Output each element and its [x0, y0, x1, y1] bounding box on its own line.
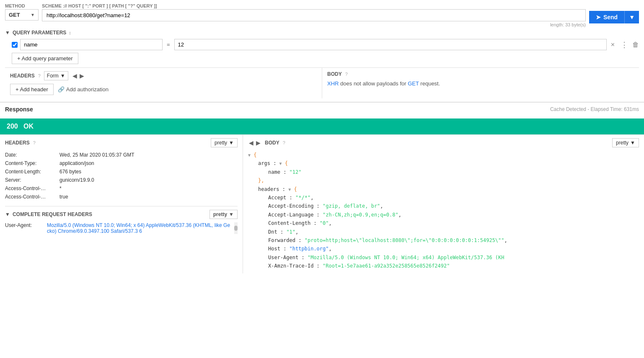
headers-help-icon[interactable]: ? — [38, 73, 41, 78]
param-clear-button[interactable]: × — [609, 40, 616, 49]
json-body: ▼ { args : ▼ { name : "12" }, headers : … — [248, 151, 639, 270]
add-auth-button[interactable]: 🔗 Add authorization — [58, 86, 109, 93]
body-help-icon[interactable]: ? — [345, 72, 348, 77]
table-row: Content-Type: application/json — [5, 159, 238, 167]
response-headers-title: HEADERS — [5, 140, 30, 146]
header-key: Content-Length: — [5, 169, 59, 175]
header-key: Access-Control-… — [5, 185, 59, 191]
response-headers-pretty-select[interactable]: pretty ▼ — [211, 138, 238, 147]
body-message-mid: does not allow payloads for — [340, 80, 408, 87]
json-collapse-root[interactable]: ▼ — [248, 153, 251, 157]
response-headers-help[interactable]: ? — [33, 140, 36, 145]
response-headers-pretty-arrow: ▼ — [229, 140, 234, 146]
method-select[interactable]: GET ▼ — [5, 9, 39, 21]
complete-headers-label: COMPLETE REQUEST HEADERS — [13, 211, 92, 217]
body-nav-arrows: ◀ ▶ — [248, 139, 261, 147]
response-headers-panel: HEADERS ? pretty ▼ Date: Wed, 25 Mar 202… — [0, 135, 243, 273]
get-link[interactable]: GET — [408, 80, 419, 87]
param-more-button[interactable]: ⋮ — [619, 39, 630, 50]
url-input[interactable] — [42, 9, 586, 21]
complete-headers-pretty-label: pretty — [213, 211, 227, 217]
response-body-pretty-select[interactable]: pretty ▼ — [612, 138, 639, 147]
method-label: METHOD — [5, 3, 39, 8]
json-headers-row: headers : ▼ { — [248, 185, 639, 193]
url-length: length: 33 byte(s) — [42, 22, 586, 27]
user-agent-value: Mozilla/5.0 (Windows NT 10.0; Win64; x 6… — [47, 222, 238, 234]
json-args-row: args : ▼ { — [248, 159, 639, 167]
header-val: 676 bytes — [59, 169, 81, 175]
method-value: GET — [9, 12, 20, 18]
table-row: Content-Length: 676 bytes — [5, 167, 238, 176]
complete-headers-collapse: ▼ — [5, 211, 10, 217]
xhr-link[interactable]: XHR — [327, 80, 339, 87]
json-accept-language-row: Accept-Language : "zh-CN,zh;q=0.9,en;q=0… — [248, 211, 639, 219]
json-name-row: name : "12" — [248, 168, 639, 176]
add-param-button[interactable]: + Add query parameter — [12, 53, 78, 64]
query-params-header[interactable]: ▼ QUERY PARAMETERS ↕ — [5, 30, 639, 36]
header-val: application/json — [59, 160, 94, 166]
complete-headers-section: ▼ COMPLETE REQUEST HEADERS pretty ▼ User… — [5, 206, 238, 234]
delete-all-button[interactable]: 🗑 — [632, 41, 639, 49]
send-button-main[interactable]: ➤ Send — [589, 11, 624, 23]
response-headers-title-row: HEADERS ? pretty ▼ — [5, 138, 238, 147]
nav-right-arrow[interactable]: ▶ — [79, 72, 85, 80]
send-button-arrow[interactable]: ▼ — [624, 11, 639, 23]
host-link[interactable]: "httpbin.org" — [290, 246, 329, 252]
add-auth-label: Add authorization — [66, 86, 109, 93]
complete-headers-title[interactable]: ▼ COMPLETE REQUEST HEADERS pretty ▼ — [5, 210, 238, 219]
scrollbar-track[interactable] — [234, 222, 238, 234]
json-collapse-args[interactable]: ▼ — [279, 161, 282, 166]
form-select[interactable]: Form ▼ — [44, 71, 68, 80]
method-dropdown-arrow: ▼ — [31, 13, 35, 17]
user-agent-key: User-Agent: — [5, 222, 47, 234]
json-xamzn-row: X-Amzn-Trace-Id : "Root=1-5e7aae61-a92a3… — [248, 262, 639, 270]
json-root-open: ▼ { — [248, 151, 639, 159]
headers-body-row: HEADERS ? Form ▼ ◀ ▶ + Add header 🔗 Add … — [5, 67, 639, 98]
nav-left-arrow[interactable]: ◀ — [72, 72, 78, 80]
response-body-pretty-label: pretty — [616, 140, 628, 146]
table-row: Access-Control-… true — [5, 193, 238, 201]
add-auth-icon: 🔗 — [58, 86, 65, 93]
send-button[interactable]: ➤ Send ▼ — [589, 11, 639, 23]
send-label: Send — [603, 14, 618, 21]
query-params-label: QUERY PARAMETERS — [13, 30, 66, 36]
json-accept-row: Accept : "*/*", — [248, 193, 639, 202]
param-equals: = — [165, 41, 172, 48]
header-key: Server: — [5, 177, 59, 183]
response-panels: HEADERS ? pretty ▼ Date: Wed, 25 Mar 202… — [0, 134, 644, 273]
form-dropdown-arrow: ▼ — [60, 73, 65, 79]
headers-title: HEADERS — [10, 73, 35, 79]
param-checkbox[interactable] — [12, 42, 18, 48]
response-title: Response — [5, 106, 33, 113]
header-val: true — [59, 194, 68, 200]
nav-arrows: ◀ ▶ — [72, 72, 85, 80]
header-key: Date: — [5, 152, 59, 158]
body-panel: BODY ? XHR does not allow payloads for G… — [322, 68, 639, 98]
json-collapse-headers[interactable]: ▼ — [288, 187, 291, 192]
header-val: Wed, 25 Mar 2020 01:05:37 GMT — [59, 152, 134, 158]
body-nav-right[interactable]: ▶ — [255, 139, 261, 147]
header-val: gunicorn/19.9.0 — [59, 177, 94, 183]
response-body-title: BODY — [265, 140, 279, 146]
user-agent-row: User-Agent: Mozilla/5.0 (Windows NT 10.0… — [5, 222, 238, 234]
complete-headers-pretty-arrow: ▼ — [229, 211, 234, 217]
status-bar: 200 OK — [0, 118, 644, 134]
elapsed-time: Cache Detected - Elapsed Time: 631ms — [550, 106, 639, 112]
param-key-input[interactable] — [20, 39, 163, 50]
response-body-panel: ◀ ▶ BODY ? pretty ▼ ▼ { args : ▼ { name … — [243, 135, 644, 273]
response-headers-table: Date: Wed, 25 Mar 2020 01:05:37 GMT Cont… — [5, 151, 238, 201]
table-row: Access-Control-… * — [5, 184, 238, 193]
query-params-section: ▼ QUERY PARAMETERS ↕ = × ⋮ 🗑 + Add query… — [5, 30, 639, 64]
headers-actions: + Add header 🔗 Add authorization — [10, 84, 317, 95]
status-code: 200 — [7, 123, 18, 130]
json-forwarded-row: Forwarded : "proto=http;host=\"localhost… — [248, 236, 639, 245]
headers-panel: HEADERS ? Form ▼ ◀ ▶ + Add header 🔗 Add … — [5, 68, 322, 98]
complete-headers-pretty-select[interactable]: pretty ▼ — [209, 210, 238, 219]
scrollbar-thumb[interactable] — [234, 226, 238, 230]
response-header-row: Response Cache Detected - Elapsed Time: … — [5, 106, 639, 113]
add-header-button[interactable]: + Add header — [10, 84, 54, 95]
param-value-input[interactable] — [174, 39, 607, 50]
response-body-help[interactable]: ? — [283, 140, 285, 145]
json-content-length-row: Content-Length : "0", — [248, 219, 639, 227]
body-nav-left[interactable]: ◀ — [248, 139, 254, 147]
